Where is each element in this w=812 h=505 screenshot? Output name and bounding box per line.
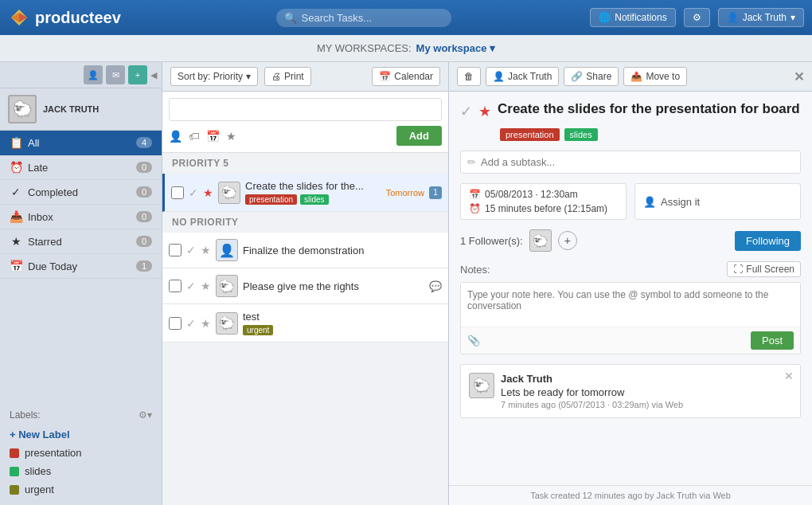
workspace-name[interactable]: My workspace — [416, 42, 496, 54]
sidebar-icon-mail[interactable]: ✉ — [106, 65, 125, 84]
sort-button[interactable]: Sort by: Priority ▾ — [170, 67, 258, 86]
print-button[interactable]: 🖨 Print — [264, 67, 311, 86]
sidebar-collapse-icon[interactable]: ◀ — [150, 70, 157, 80]
sort-label: Sort by: Priority — [178, 71, 243, 82]
task-content: Create the slides for the... presentatio… — [245, 180, 381, 205]
add-follower-button[interactable]: + — [558, 231, 577, 250]
close-button[interactable]: ✕ — [794, 69, 804, 84]
workspace-bar: MY WORKSPACES: My workspace — [0, 35, 812, 62]
label-name-presentation: presentation — [25, 447, 82, 459]
task-item[interactable]: ✓ ★ 🐑 Create the slides for the... prese… — [162, 174, 448, 212]
notes-textarea[interactable] — [461, 283, 800, 324]
task-item[interactable]: ✓ ★ 👤 Finalize the demonstration — [162, 233, 448, 268]
task-complete-icon[interactable]: ✓ — [189, 186, 198, 199]
task-checkbox[interactable] — [169, 317, 182, 330]
sidebar-nav: 📋 All 4 ⏰ Late 0 ✓ Completed 0 📥 Inbox 0… — [0, 131, 162, 403]
assign-icon[interactable]: 👤 — [169, 130, 182, 143]
post-button[interactable]: Post — [751, 331, 794, 350]
sidebar-item-completed[interactable]: ✓ Completed 0 — [0, 180, 162, 205]
sidebar-item-due-today[interactable]: 📅 Due Today 1 — [0, 254, 162, 279]
sidebar-icon-add[interactable]: + — [128, 65, 147, 84]
comment-close-button[interactable]: ✕ — [784, 370, 794, 382]
comment-content: Jack Truth Lets be ready for tomorrow 7 … — [501, 373, 683, 409]
detail-star-icon[interactable]: ★ — [478, 103, 491, 120]
due-date-icon[interactable]: 📅 — [206, 130, 220, 143]
sidebar-label-completed: Completed — [28, 186, 78, 198]
sidebar-label-inbox: Inbox — [28, 211, 53, 223]
chevron-down-icon: ▾ — [791, 12, 795, 23]
calendar-button[interactable]: 📅 Calendar — [372, 67, 440, 86]
trash-icon: 🗑 — [464, 71, 474, 82]
task-add-area: 👤 🏷 📅 ★ Add — [162, 92, 448, 153]
labels-gear-icon[interactable]: ⚙▾ — [139, 409, 152, 421]
task-label-presentation: presentation — [245, 194, 297, 205]
assign-block[interactable]: 👤 Assign it — [634, 183, 801, 220]
fullscreen-label: Full Screen — [746, 264, 794, 275]
move-to-button[interactable]: 📤 Move to — [623, 67, 687, 86]
move-label: Move to — [646, 71, 680, 82]
task-star-icon[interactable]: ★ — [201, 317, 211, 330]
attach-icon[interactable]: 📎 — [467, 335, 480, 346]
new-label-button[interactable]: + New Label — [10, 425, 152, 444]
detail-user-button[interactable]: 👤 Jack Truth — [486, 67, 559, 86]
task-detail: 🗑 👤 Jack Truth 🔗 Share 📤 Move to ✕ ✓ ★ C… — [449, 62, 812, 505]
sidebar-badge-all: 4 — [136, 137, 152, 148]
task-complete-icon[interactable]: ✓ — [186, 280, 196, 292]
notifications-label: Notifications — [615, 12, 666, 23]
sidebar-item-late[interactable]: ⏰ Late 0 — [0, 155, 162, 180]
follower-avatar: 🐑 — [529, 229, 552, 252]
label-item-presentation[interactable]: presentation — [10, 444, 152, 462]
detail-tag-presentation: presentation — [500, 128, 560, 141]
task-complete-icon[interactable]: ✓ — [186, 317, 196, 330]
task-complete-icon[interactable]: ✓ — [186, 244, 196, 256]
settings-button[interactable]: ⚙ — [684, 8, 710, 27]
task-item[interactable]: ✓ ★ 🐑 test urgent — [162, 304, 448, 343]
task-checkbox[interactable] — [169, 280, 182, 292]
following-button[interactable]: Following — [735, 231, 801, 251]
sidebar-label-all: All — [28, 137, 39, 149]
label-item-slides[interactable]: slides — [10, 462, 152, 480]
share-button[interactable]: 🔗 Share — [564, 67, 619, 86]
task-checkbox[interactable] — [171, 186, 184, 199]
task-item[interactable]: ✓ ★ 🐑 Please give me the rights 💬 — [162, 268, 448, 304]
search-input[interactable] — [302, 12, 429, 24]
subtask-input-area[interactable]: ✏ — [460, 151, 801, 174]
task-checkbox[interactable] — [169, 244, 182, 256]
detail-user-label: Jack Truth — [508, 71, 552, 82]
search-bar[interactable]: 🔍 — [276, 9, 451, 27]
tag-icon[interactable]: 🏷 — [189, 130, 200, 143]
subtask-input[interactable] — [481, 156, 794, 168]
meta-date: 05/08/2013 · 12:30am — [485, 189, 578, 200]
label-dot-urgent — [10, 485, 19, 495]
app-logo: producteev — [8, 6, 121, 29]
sidebar-item-all[interactable]: 📋 All 4 — [0, 131, 162, 155]
task-content: Finalize the demonstration — [243, 245, 442, 256]
detail-check-icon[interactable]: ✓ — [460, 103, 472, 120]
fullscreen-button[interactable]: ⛶ Full Screen — [727, 261, 801, 277]
detail-title: Create the slides for the presentation f… — [498, 101, 801, 117]
sidebar-badge-late: 0 — [136, 162, 152, 173]
label-item-urgent[interactable]: urgent — [10, 480, 152, 499]
sidebar-top-icons: 👤 ✉ + — [84, 65, 147, 84]
assign-icon: 👤 — [643, 196, 656, 208]
notifications-button[interactable]: 🌐 Notifications — [590, 8, 675, 27]
star-add-icon[interactable]: ★ — [226, 130, 236, 143]
task-star-icon[interactable]: ★ — [201, 244, 211, 256]
task-label-slides: slides — [300, 194, 329, 205]
search-icon: 🔍 — [284, 12, 297, 24]
user-menu-button[interactable]: 👤 Jack Truth ▾ — [718, 8, 804, 27]
sidebar-item-inbox[interactable]: 📥 Inbox 0 — [0, 205, 162, 229]
task-star-icon[interactable]: ★ — [201, 280, 211, 292]
sidebar-item-starred[interactable]: ★ Starred 0 — [0, 229, 162, 254]
task-labels: urgent — [243, 325, 442, 335]
share-label: Share — [586, 71, 611, 82]
sidebar-icon-person[interactable]: 👤 — [84, 65, 103, 84]
due-today-icon: 📅 — [10, 260, 22, 272]
delete-button[interactable]: 🗑 — [457, 67, 481, 86]
comment-text: Lets be ready for tomorrow — [501, 386, 683, 398]
task-add-input[interactable] — [169, 98, 442, 121]
calendar-meta-icon: 📅 — [469, 189, 481, 200]
labels-header: Labels: ⚙▾ — [10, 409, 152, 421]
add-task-button[interactable]: Add — [396, 126, 442, 146]
task-star-icon[interactable]: ★ — [203, 186, 213, 199]
